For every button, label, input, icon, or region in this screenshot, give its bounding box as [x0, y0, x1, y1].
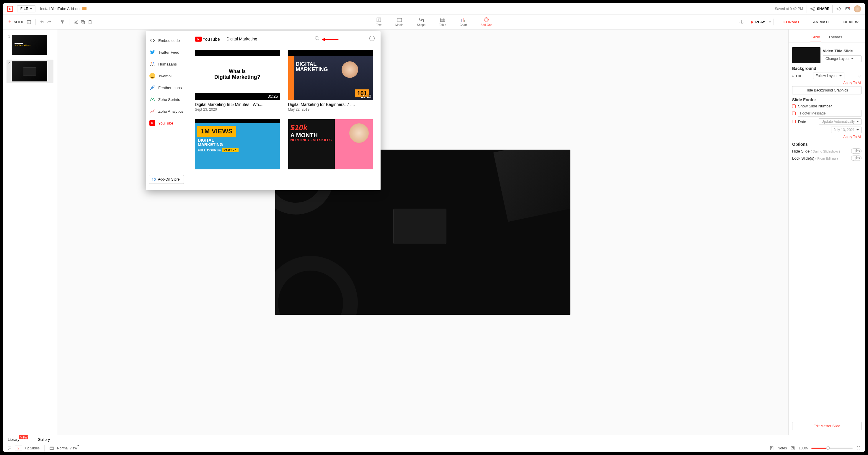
layout-icon[interactable] [27, 20, 31, 25]
format-painter-icon[interactable] [60, 20, 65, 25]
insert-media[interactable]: Media [393, 15, 406, 28]
canvas-area[interactable]: Embed code Twitter Feed Humaaans ●●Twemo… [57, 30, 443, 230]
info-icon[interactable]: i [369, 36, 375, 41]
result-thumbnail: 1M VIEWS DIGITALMARKETING FULL COURSE PA… [195, 119, 280, 169]
svg-point-21 [153, 62, 154, 63]
addon-twemoji[interactable]: ●●Twemoji [146, 70, 187, 82]
insert-toolbar: Text Media Shape Table Chart Add-Ons [373, 15, 443, 28]
youtube-result-4[interactable]: $10kA MONTHNO MONEY - NO SKILLS [288, 119, 373, 169]
separator [69, 19, 69, 25]
separator [35, 19, 36, 25]
insert-text[interactable]: Text [373, 15, 384, 28]
addon-embed-code[interactable]: Embed code [146, 35, 187, 46]
result-date: May 22, 2019 [288, 107, 373, 111]
file-label: FILE [20, 7, 28, 11]
youtube-result-3[interactable]: 1M VIEWS DIGITALMARKETING FULL COURSE PA… [195, 119, 280, 169]
result-title: Digital Marketing In 5 Minutes | Wh.... [195, 102, 280, 107]
document-title[interactable]: Install YouTube Add-on [40, 6, 80, 11]
result-thumbnail: What isDigital Marketing? 05:25 [195, 50, 280, 100]
addon-zoho-analytics[interactable]: Zoho Analytics [146, 105, 187, 117]
result-date: Sept 23, 2020 [195, 107, 280, 111]
result-thumbnail: DIGITALMARKETING 101 15:10 [288, 50, 373, 100]
thumb-preview [12, 61, 47, 82]
addon-main-panel: YouTube i W [187, 31, 380, 190]
cut-icon[interactable] [73, 20, 78, 25]
svg-rect-8 [82, 21, 85, 24]
result-title: Digital Marketing for Beginners: 7 .... [288, 102, 373, 107]
app-window: ▶ FILE Install YouTube Add-on Saved at 9… [3, 3, 443, 230]
svg-rect-13 [397, 18, 402, 22]
duration-badge: 15:10 [361, 94, 371, 99]
slide-thumb-2[interactable]: 2 [6, 60, 54, 83]
paste-icon[interactable] [88, 20, 92, 25]
youtube-results-grid: What isDigital Marketing? 05:25 Digital … [195, 50, 373, 169]
plus-icon[interactable]: + [8, 19, 11, 25]
addon-store-button[interactable]: Add-On Store [149, 175, 184, 184]
addons-modal: Embed code Twitter Feed Humaaans ●●Twemo… [146, 31, 380, 190]
puzzle-icon [151, 177, 156, 182]
undo-icon[interactable] [40, 20, 44, 25]
youtube-result-2[interactable]: DIGITALMARKETING 101 15:10 Digital Marke… [288, 50, 373, 111]
svg-rect-16 [440, 18, 443, 22]
duration-badge: 05:25 [268, 94, 278, 99]
addon-humaaans[interactable]: Humaaans [146, 58, 187, 70]
toolbar-left: + SLIDE [3, 19, 92, 25]
addon-twitter-feed[interactable]: Twitter Feed [146, 46, 187, 58]
new-slide-button[interactable]: SLIDE [14, 20, 24, 24]
folder-icon[interactable] [82, 7, 87, 10]
svg-point-20 [151, 62, 152, 63]
addon-list: Embed code Twitter Feed Humaaans ●●Twemo… [146, 31, 187, 190]
svg-rect-9 [82, 20, 84, 23]
youtube-logo: YouTube [195, 37, 220, 42]
annotation-arrow [321, 37, 339, 43]
slide-panel: 1 ▬▬▬▬YouTube Videos 2 [3, 30, 57, 230]
youtube-result-1[interactable]: What isDigital Marketing? 05:25 Digital … [195, 50, 280, 111]
copy-icon[interactable] [81, 20, 85, 25]
svg-point-14 [419, 18, 422, 21]
thumb-preview: ▬▬▬▬YouTube Videos [12, 35, 47, 55]
file-menu[interactable]: FILE [17, 5, 35, 12]
result-thumbnail: $10kA MONTHNO MONEY - NO SKILLS [288, 119, 373, 169]
youtube-search-wrap [226, 35, 320, 43]
insert-shape[interactable]: Shape [414, 15, 428, 28]
insert-table[interactable]: Table [437, 15, 443, 28]
redo-icon[interactable] [47, 20, 52, 25]
addon-youtube[interactable]: YouTube [146, 117, 187, 129]
title-bar: ▶ FILE Install YouTube Add-on Saved at 9… [3, 3, 443, 15]
slide-thumb-1[interactable]: 1 ▬▬▬▬YouTube Videos [6, 33, 54, 57]
search-icon[interactable] [314, 36, 320, 41]
app-logo-icon: ▶ [7, 6, 13, 12]
chevron-down-icon [30, 8, 32, 9]
addon-feather-icons[interactable]: Feather Icons [146, 82, 187, 94]
youtube-search-header: YouTube i [195, 35, 373, 43]
youtube-search-input[interactable] [226, 35, 320, 43]
youtube-play-icon [195, 37, 202, 42]
placeholder-object[interactable] [393, 208, 443, 230]
addon-zoho-sprints[interactable]: Zoho Sprints [146, 94, 187, 105]
toolbar: + SLIDE Text Media Shape Table Chart Add… [3, 15, 443, 30]
svg-point-22 [315, 36, 318, 39]
main-area: 1 ▬▬▬▬YouTube Videos 2 Embed code Twitte… [3, 30, 443, 230]
